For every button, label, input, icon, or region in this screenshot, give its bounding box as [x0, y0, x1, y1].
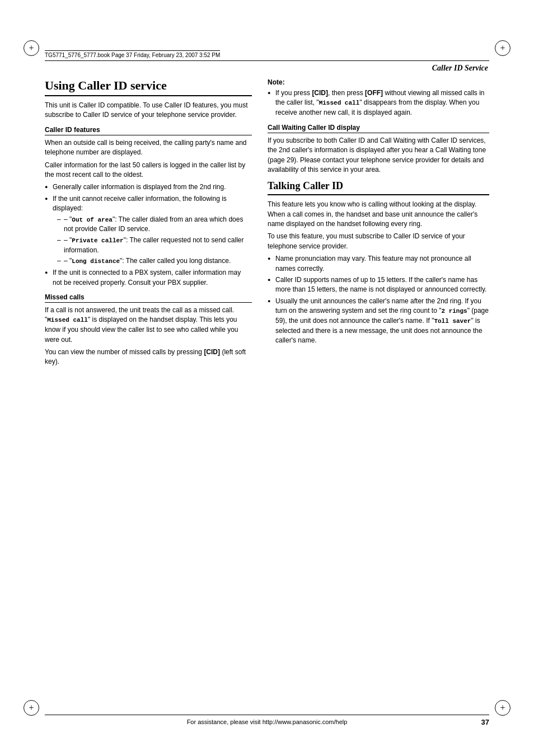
bullet-item-3: If the unit is connected to a PBX system… — [45, 268, 252, 288]
file-info-text: TG5771_5776_5777.book Page 37 Friday, Fe… — [45, 52, 220, 58]
talking-cid-bullet-1: Name pronunciation may vary. This featur… — [268, 254, 489, 274]
page: TG5771_5776_5777.book Page 37 Friday, Fe… — [0, 0, 534, 756]
main-section-title: Using Caller ID service — [45, 78, 252, 96]
note-bullet-1: If you press [CID], then press [OFF] wit… — [268, 88, 489, 118]
page-number: 37 — [481, 718, 489, 726]
cid-features-para2: Caller information for the last 50 calle… — [45, 161, 252, 180]
file-info: TG5771_5776_5777.book Page 37 Friday, Fe… — [45, 50, 220, 58]
note-bullets: If you press [CID], then press [OFF] wit… — [268, 88, 489, 118]
missed-call-mono: Missed call — [47, 317, 88, 323]
bullet-item-2: If the unit cannot receive caller inform… — [45, 194, 252, 266]
header-rule — [45, 60, 489, 61]
talking-caller-id-title: Talking Caller ID — [268, 180, 489, 195]
talking-cid-para1: This feature lets you know who is callin… — [268, 200, 489, 229]
cid-features-bullets: Generally caller information is displaye… — [45, 182, 252, 288]
talking-cid-para2: To use this feature, you must subscribe … — [268, 232, 489, 251]
talking-cid-bullet-3: Usually the unit announces the caller's … — [268, 297, 489, 346]
sub-item-out-of-area: – "Out of area": The caller dialed from … — [57, 215, 252, 234]
reg-mark-top-left — [24, 40, 39, 56]
note-label: Note: — [268, 78, 489, 86]
missed-calls-para1: If a call is not answered, the unit trea… — [45, 306, 252, 345]
reg-mark-bottom-right — [495, 700, 510, 716]
reg-mark-top-right — [495, 40, 510, 56]
missed-calls-subtitle: Missed calls — [45, 293, 252, 303]
sub-item-long-distance: – "Long distance": The caller called you… — [57, 256, 252, 266]
footer: For assistance, please visit http://www.… — [45, 715, 489, 725]
call-waiting-para: If you subscribe to both Caller ID and C… — [268, 136, 489, 175]
page-header-title: Caller ID Service — [432, 64, 488, 73]
right-column: Note: If you press [CID], then press [OF… — [268, 78, 489, 700]
content-area: Using Caller ID service This unit is Cal… — [45, 78, 489, 700]
sub-items-list: – "Out of area": The caller dialed from … — [57, 215, 252, 267]
bullet-item-1: Generally caller information is displaye… — [45, 182, 252, 192]
intro-paragraph: This unit is Caller ID compatible. To us… — [45, 101, 252, 120]
call-waiting-subtitle: Call Waiting Caller ID display — [268, 124, 489, 133]
cid-features-para1: When an outside call is being received, … — [45, 138, 252, 158]
caller-id-features-subtitle: Caller ID features — [45, 126, 252, 135]
sub-item-private-caller: – "Private caller": The caller requested… — [57, 236, 252, 255]
talking-cid-bullets: Name pronunciation may vary. This featur… — [268, 254, 489, 346]
footer-text: For assistance, please visit http://www.… — [45, 719, 489, 725]
reg-mark-bottom-left — [24, 700, 39, 716]
talking-cid-bullet-2: Caller ID supports names of up to 15 let… — [268, 275, 489, 295]
left-column: Using Caller ID service This unit is Cal… — [45, 78, 252, 700]
missed-calls-para2: You can view the number of missed calls … — [45, 348, 252, 367]
